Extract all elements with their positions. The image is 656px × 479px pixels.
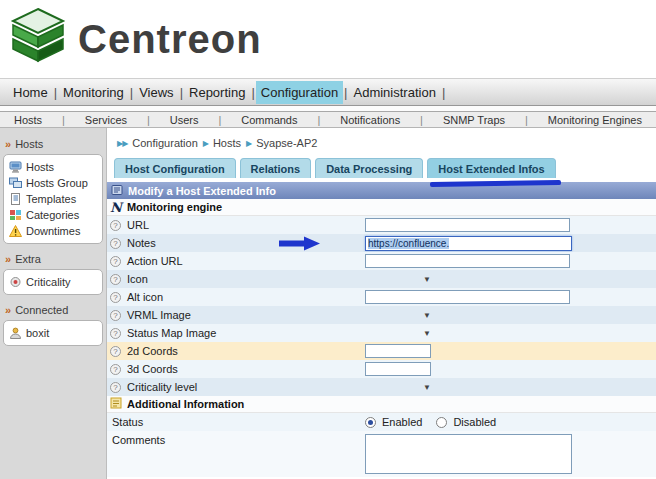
main-nav: Home | Monitoring | Views | Reporting | … bbox=[0, 78, 656, 106]
sidebar-item-criticality[interactable]: Criticality bbox=[6, 274, 100, 290]
nav-item-home[interactable]: Home bbox=[8, 81, 53, 104]
form-row-comments: Comments bbox=[107, 431, 656, 477]
sidebar-section-connected-title: » Connected bbox=[5, 304, 101, 316]
enabled-radio[interactable] bbox=[365, 417, 376, 428]
tab-host-extended-infos[interactable]: Host Extended Infos bbox=[427, 158, 555, 178]
nav-separator: | bbox=[442, 85, 445, 100]
criticality-level-select[interactable]: ▼ bbox=[365, 383, 431, 392]
chevron-down-icon: ▼ bbox=[423, 275, 431, 284]
2d-coords-input[interactable] bbox=[365, 344, 431, 358]
form-row-status-map-image: ? Status Map Image ▼ bbox=[107, 324, 656, 342]
help-icon[interactable]: ? bbox=[110, 310, 121, 321]
form-row-criticality-level: ? Criticality level ▼ bbox=[107, 378, 656, 396]
help-icon[interactable]: ? bbox=[110, 382, 121, 393]
sidebar-item-hosts-group[interactable]: Hosts Group bbox=[6, 175, 100, 191]
form-row-2d-coords: ? 2d Coords bbox=[107, 342, 656, 360]
field-label: Comments bbox=[112, 434, 165, 446]
nav-item-monitoring[interactable]: Monitoring bbox=[58, 81, 129, 104]
comments-textarea[interactable] bbox=[365, 434, 572, 474]
sidebar-item-categories[interactable]: Categories bbox=[6, 207, 100, 223]
nav-separator: | bbox=[130, 85, 133, 100]
subnav-separator: | bbox=[147, 114, 150, 126]
nav-item-administration[interactable]: Administration bbox=[349, 81, 441, 104]
field-label: Criticality level bbox=[127, 381, 197, 393]
sidebar-item-downtimes[interactable]: Downtimes bbox=[6, 223, 100, 239]
tab-host-configuration[interactable]: Host Configuration bbox=[114, 158, 236, 178]
status-map-image-select[interactable]: ▼ bbox=[365, 329, 431, 338]
sidebar: » Hosts Hosts Hosts Group bbox=[0, 128, 107, 479]
help-icon[interactable]: ? bbox=[110, 238, 121, 249]
form-row-icon: ? Icon ▼ bbox=[107, 270, 656, 288]
sidebar-item-templates[interactable]: Templates bbox=[6, 191, 100, 207]
subnav-item-notifications[interactable]: Notifications bbox=[340, 114, 400, 126]
template-icon bbox=[9, 193, 22, 205]
form-row-3d-coords: ? 3d Coords bbox=[107, 360, 656, 378]
disabled-radio[interactable] bbox=[436, 417, 447, 428]
sidebar-hosts-box: Hosts Hosts Group Templates bbox=[3, 154, 103, 244]
field-label: Status bbox=[112, 416, 143, 428]
subnav-item-hosts[interactable]: Hosts bbox=[14, 114, 42, 126]
notes-input[interactable]: https://confluence. bbox=[365, 236, 572, 251]
subnav-item-monitoring-engines[interactable]: Monitoring Engines bbox=[548, 114, 642, 126]
tab-label: Host Extended Infos bbox=[438, 163, 544, 175]
help-icon[interactable]: ? bbox=[110, 328, 121, 339]
section-marker-icon: » bbox=[5, 138, 11, 150]
content: » Hosts Hosts Hosts Group bbox=[0, 128, 656, 479]
breadcrumb-arrow-icon: ▶ bbox=[203, 139, 208, 148]
nav-item-configuration[interactable]: Configuration bbox=[256, 81, 343, 104]
icon-select[interactable]: ▼ bbox=[365, 275, 431, 284]
main-content: ▶▶ Configuration ▶ Hosts ▶ Syapse-AP2 Ho… bbox=[107, 128, 656, 479]
alt-icon-input[interactable] bbox=[365, 290, 570, 304]
field-label: Action URL bbox=[127, 255, 183, 267]
vrml-image-select[interactable]: ▼ bbox=[365, 311, 431, 320]
sidebar-section-hosts-title: » Hosts bbox=[5, 138, 101, 150]
nav-separator: | bbox=[54, 85, 57, 100]
nav-separator: | bbox=[180, 85, 183, 100]
field-label: Notes bbox=[127, 237, 156, 249]
tab-data-processing[interactable]: Data Processing bbox=[315, 158, 423, 178]
nav-separator: | bbox=[344, 85, 347, 100]
header: Centreon bbox=[0, 0, 656, 78]
enabled-radio-label: Enabled bbox=[382, 416, 422, 428]
nav-item-reporting[interactable]: Reporting bbox=[184, 81, 250, 104]
section-title: Monitoring engine bbox=[127, 201, 222, 213]
form-row-url: ? URL bbox=[107, 216, 656, 234]
url-input[interactable] bbox=[365, 218, 570, 232]
nav-item-views[interactable]: Views bbox=[134, 81, 178, 104]
form-title-bar: Modify a Host Extended Info bbox=[107, 182, 656, 199]
action-url-input[interactable] bbox=[365, 254, 570, 268]
section-marker-icon: » bbox=[5, 253, 11, 265]
subnav-item-users[interactable]: Users bbox=[170, 114, 199, 126]
help-icon[interactable]: ? bbox=[110, 274, 121, 285]
breadcrumb-lead-arrow-icon: ▶▶ bbox=[117, 139, 127, 148]
subnav-item-commands[interactable]: Commands bbox=[241, 114, 297, 126]
breadcrumb-item-syapse-ap2[interactable]: Syapse-AP2 bbox=[256, 137, 317, 149]
notes-section-icon bbox=[110, 397, 122, 411]
breadcrumb-item-configuration[interactable]: Configuration bbox=[132, 137, 197, 149]
field-label: VRML Image bbox=[127, 309, 191, 321]
sidebar-item-hosts[interactable]: Hosts bbox=[6, 159, 100, 175]
3d-coords-input[interactable] bbox=[365, 362, 431, 376]
sidebar-item-label: Downtimes bbox=[26, 225, 80, 237]
help-icon[interactable]: ? bbox=[110, 256, 121, 267]
subnav-separator: | bbox=[420, 114, 423, 126]
subnav-item-services[interactable]: Services bbox=[85, 114, 127, 126]
chevron-down-icon: ▼ bbox=[423, 311, 431, 320]
subnav-separator: | bbox=[218, 114, 221, 126]
breadcrumb-arrow-icon: ▶ bbox=[246, 139, 251, 148]
sidebar-item-boxit[interactable]: boxit bbox=[6, 325, 100, 341]
radio-dot bbox=[368, 420, 373, 425]
help-icon[interactable]: ? bbox=[110, 364, 121, 375]
sidebar-item-label: Criticality bbox=[26, 276, 71, 288]
chevron-down-icon: ▼ bbox=[423, 329, 431, 338]
breadcrumb: ▶▶ Configuration ▶ Hosts ▶ Syapse-AP2 bbox=[107, 128, 656, 149]
breadcrumb-item-hosts[interactable]: Hosts bbox=[213, 137, 241, 149]
section-title: Additional Information bbox=[127, 398, 244, 410]
help-icon[interactable]: ? bbox=[110, 346, 121, 357]
help-icon[interactable]: ? bbox=[110, 292, 121, 303]
sidebar-item-label: Templates bbox=[26, 193, 76, 205]
tab-relations[interactable]: Relations bbox=[240, 158, 312, 178]
subnav-item-snmp-traps[interactable]: SNMP Traps bbox=[443, 114, 505, 126]
help-icon[interactable]: ? bbox=[110, 220, 121, 231]
section-marker-icon: » bbox=[5, 304, 11, 316]
